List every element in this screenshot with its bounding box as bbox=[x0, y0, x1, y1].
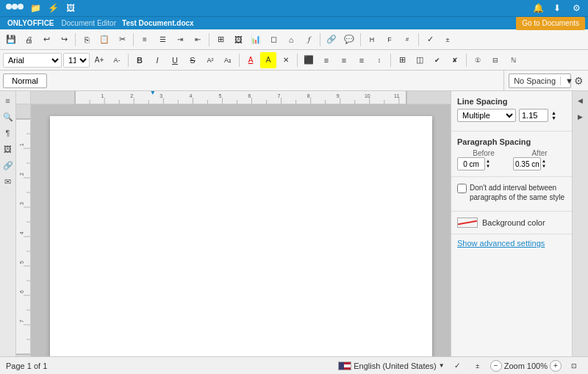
right-edge-icon1[interactable]: ◀ bbox=[574, 94, 587, 107]
spacing-arrows[interactable]: ▲ ▼ bbox=[551, 110, 556, 121]
right-edge-icon2[interactable]: ▶ bbox=[574, 110, 587, 123]
align-justify-button[interactable]: ≡ bbox=[354, 52, 370, 68]
go-to-documents-button[interactable]: Go to Documents bbox=[516, 17, 585, 30]
before-col: Before ▲ ▼ bbox=[457, 149, 510, 170]
sidebar-headings-icon[interactable]: ¶ bbox=[1, 126, 15, 140]
svg-text:1: 1 bbox=[101, 93, 104, 98]
spacing-selector[interactable]: No Spacing ▼ bbox=[509, 73, 571, 88]
bg-color-label: Background color bbox=[482, 218, 545, 227]
bold-button[interactable]: B bbox=[132, 52, 148, 68]
paste-button[interactable]: 📋 bbox=[96, 32, 112, 48]
sidebar-navigator-icon[interactable]: ≡ bbox=[1, 94, 15, 107]
font-size-decrease-button[interactable]: A- bbox=[109, 52, 125, 68]
list-outdent-button[interactable]: ⇤ bbox=[190, 32, 206, 48]
document-area: 1 2 3 4 5 6 7 8 9 10 11 bbox=[16, 91, 451, 356]
toolbar-row2: Arial 11 A+ A- B I U S A² A₂ A A ✕ ⬛ ≡ ≡… bbox=[0, 50, 588, 71]
subscript-button[interactable]: A₂ bbox=[220, 52, 236, 68]
save-button[interactable]: 💾 bbox=[3, 32, 19, 48]
print-button[interactable]: 🖨 bbox=[21, 32, 37, 48]
language-selector[interactable]: English (United States) ▼ bbox=[338, 362, 444, 370]
insert-icon2-button[interactable]: 𝑓 bbox=[301, 32, 317, 48]
spacing-dropdown-arrow[interactable]: ▼ bbox=[560, 76, 570, 85]
insert-shape-button[interactable]: ◻ bbox=[265, 32, 282, 48]
paragraph-settings-icon[interactable]: ⚙ bbox=[574, 75, 584, 87]
svg-text:10: 10 bbox=[365, 93, 370, 98]
line-height-button[interactable]: ↕ bbox=[371, 52, 387, 68]
align-left-button[interactable]: ⬛ bbox=[301, 52, 317, 68]
insert-image-button[interactable]: 🖼 bbox=[230, 32, 246, 48]
italic-button[interactable]: I bbox=[149, 52, 165, 68]
cell-border-button[interactable]: ◫ bbox=[412, 52, 428, 68]
bg-color-section: Background color bbox=[451, 212, 572, 234]
font-name-select[interactable]: Arial bbox=[3, 53, 62, 68]
cut-button[interactable]: ✂ bbox=[114, 32, 130, 48]
paragraph-style-normal[interactable]: Normal bbox=[3, 73, 47, 88]
spellcheck-button[interactable]: ✓ bbox=[422, 32, 438, 48]
ordered-list-button[interactable]: ☰ bbox=[154, 32, 171, 48]
sidebar-search-icon[interactable]: 🔍 bbox=[1, 110, 15, 123]
link-button[interactable]: 🔗 bbox=[323, 32, 340, 48]
folder-icon[interactable]: 📁 bbox=[29, 2, 41, 14]
track-accept-button[interactable]: ✔ bbox=[429, 52, 445, 68]
list-indent-button[interactable]: ⇥ bbox=[172, 32, 188, 48]
track-changes-status-button[interactable]: ± bbox=[470, 358, 486, 374]
clear-format-button[interactable]: ✕ bbox=[278, 52, 294, 68]
align-center-button[interactable]: ≡ bbox=[318, 52, 334, 68]
drop-cap-btn[interactable]: ℕ bbox=[505, 52, 521, 68]
insert-table-button[interactable]: ⊞ bbox=[212, 32, 229, 48]
highlight-button[interactable]: A bbox=[260, 52, 276, 68]
download-icon[interactable]: ⬇ bbox=[551, 2, 563, 14]
separator bbox=[297, 54, 298, 67]
insert-chart-button[interactable]: 📊 bbox=[248, 32, 264, 48]
underline-button[interactable]: U bbox=[167, 52, 183, 68]
undo-button[interactable]: ↩ bbox=[38, 32, 54, 48]
document-page[interactable] bbox=[50, 116, 432, 356]
bg-color-row[interactable]: Background color bbox=[457, 217, 566, 228]
language-dropdown-arrow[interactable]: ▼ bbox=[439, 362, 445, 369]
track-reject-button[interactable]: ✘ bbox=[447, 52, 463, 68]
image-icon[interactable]: 🖼 bbox=[65, 2, 76, 14]
same-style-section: Don't add interval between paragraphs of… bbox=[451, 177, 572, 212]
before-value-input[interactable] bbox=[457, 157, 485, 170]
view-fit-button[interactable]: ⊡ bbox=[566, 358, 582, 374]
show-advanced-link[interactable]: Show advanced settings bbox=[451, 234, 572, 252]
settings-icon[interactable]: ⚙ bbox=[570, 2, 582, 14]
same-style-checkbox-row: Don't add interval between paragraphs of… bbox=[457, 183, 566, 202]
footer-button[interactable]: F bbox=[381, 32, 398, 48]
spacing-value-input[interactable] bbox=[519, 109, 548, 122]
after-col: After ▲ ▼ bbox=[513, 149, 566, 170]
font-size-select[interactable]: 11 bbox=[63, 53, 90, 68]
track-changes-button[interactable]: ± bbox=[440, 32, 456, 48]
font-size-increase-button[interactable]: A+ bbox=[91, 52, 107, 68]
page-canvas[interactable] bbox=[31, 104, 451, 356]
menu-bar: ONLYOFFICE Document Editor Test Document… bbox=[0, 16, 588, 29]
zoom-out-button[interactable]: − bbox=[490, 360, 502, 372]
sidebar-mail-merge-icon[interactable]: ✉ bbox=[1, 175, 15, 188]
zoom-in-button[interactable]: + bbox=[550, 360, 562, 372]
notification-icon[interactable]: 🔔 bbox=[532, 2, 544, 14]
same-style-checkbox[interactable] bbox=[457, 184, 467, 193]
zoom-level: Zoom 100% bbox=[504, 362, 548, 370]
copy-button[interactable]: ⎘ bbox=[79, 32, 95, 48]
superscript-button[interactable]: A² bbox=[202, 52, 218, 68]
columns-btn[interactable]: ⊟ bbox=[487, 52, 503, 68]
lightning-icon[interactable]: ⚡ bbox=[47, 2, 59, 14]
font-color-button[interactable]: A bbox=[243, 52, 259, 68]
strikethrough-button[interactable]: S bbox=[184, 52, 201, 68]
sidebar-links-icon[interactable]: 🔗 bbox=[1, 159, 15, 172]
sidebar-images-icon[interactable]: 🖼 bbox=[1, 143, 15, 156]
header-button[interactable]: H bbox=[364, 32, 380, 48]
spell-check-status-button[interactable]: ✓ bbox=[449, 358, 465, 374]
after-value-input[interactable] bbox=[513, 157, 541, 170]
table-insert-button[interactable]: ⊞ bbox=[394, 52, 410, 68]
unordered-list-button[interactable]: ≡ bbox=[137, 32, 153, 48]
align-right-button[interactable]: ≡ bbox=[336, 52, 352, 68]
after-label: After bbox=[513, 149, 566, 157]
spacing-type-select[interactable]: Multiple bbox=[457, 109, 516, 122]
comment-button[interactable]: 💬 bbox=[341, 32, 357, 48]
insert-icon1-button[interactable]: ⌂ bbox=[283, 32, 299, 48]
pagenum-button[interactable]: # bbox=[399, 32, 415, 48]
redo-button[interactable]: ↪ bbox=[56, 32, 72, 48]
main-area: ≡ 🔍 ¶ 🖼 🔗 ✉ bbox=[0, 91, 588, 356]
numbering-btn[interactable]: ① bbox=[470, 52, 486, 68]
